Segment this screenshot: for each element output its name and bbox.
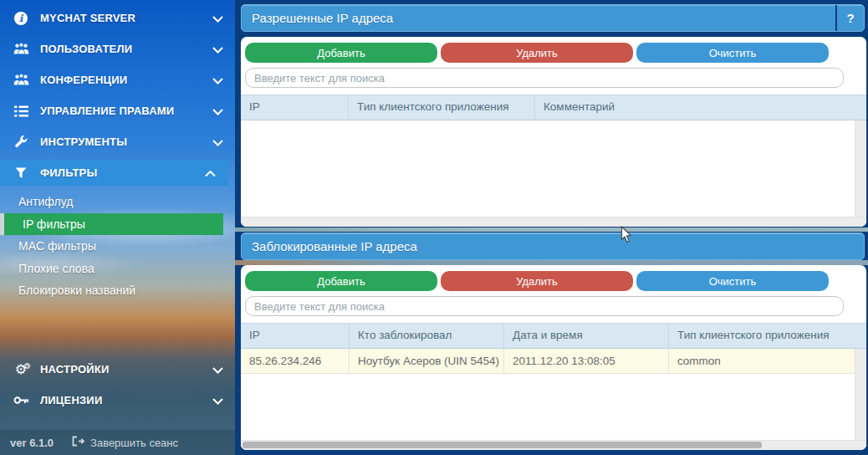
help-button[interactable]: ?	[835, 5, 864, 31]
cell-datetime: 2011.12.20 13:08:05	[504, 349, 669, 373]
wrench-icon	[12, 135, 30, 149]
logout-icon	[72, 436, 84, 449]
sidebar-item-label: НАСТРОЙКИ	[40, 363, 202, 376]
sidebar: i MYCHAT SERVER ПОЛЬЗОВАТЕЛИ	[0, 0, 235, 455]
table-row[interactable]: 85.26.234.246 Ноутбук Асеров (UIN 5454) …	[241, 349, 855, 374]
scrollbar-thumb[interactable]	[243, 442, 762, 448]
delete-button[interactable]: Удалить	[441, 43, 633, 63]
column-header-datetime[interactable]: Дата и время	[504, 324, 669, 348]
chevron-down-icon	[212, 104, 223, 119]
sidebar-item-label: ИНСТРУМЕНТЫ	[40, 135, 202, 148]
info-icon: i	[12, 12, 30, 25]
allowed-table-body	[241, 120, 866, 227]
chevron-down-icon	[212, 11, 223, 26]
submenu-item-name-blocks[interactable]: Блокировки названий	[0, 279, 235, 302]
main-content: Разрешенные IP адреса ? Добавить Удалить…	[235, 0, 868, 455]
panel-gap-strip	[235, 228, 868, 232]
sidebar-item-label: КОНФЕРЕНЦИИ	[40, 74, 202, 86]
allowed-panel: Добавить Удалить Очистить IP Тип клиентс…	[241, 37, 866, 227]
chevron-down-icon	[212, 393, 223, 408]
sidebar-footer: ver 6.1.0 Завершить сеанс	[0, 430, 235, 455]
add-button[interactable]: Добавить	[245, 271, 437, 291]
column-header-client-type[interactable]: Тип клиентского приложения	[349, 95, 535, 120]
sidebar-item-label: ЛИЦЕНЗИИ	[40, 394, 202, 406]
sidebar-item-label: УПРАВЛЕНИЕ ПРАВАМИ	[40, 105, 202, 117]
version-label: ver 6.1.0	[10, 437, 54, 449]
search-input[interactable]	[245, 296, 844, 316]
blocked-table-header[interactable]: IP Кто заблокировал Дата и время Тип кли…	[241, 323, 866, 349]
sidebar-item-licenses[interactable]: ЛИЦЕНЗИИ	[0, 385, 235, 416]
add-button[interactable]: Добавить	[245, 43, 437, 63]
sidebar-item-rights-management[interactable]: УПРАВЛЕНИЕ ПРАВАМИ	[0, 95, 235, 126]
search-input[interactable]	[245, 68, 844, 88]
filters-submenu: Антифлуд IP фильтры MAC фильтры Плохие с…	[0, 191, 235, 302]
column-header-comment[interactable]: Комментарий	[535, 95, 866, 120]
delete-button[interactable]: Удалить	[441, 271, 633, 291]
horizontal-scrollbar[interactable]	[241, 440, 866, 450]
submenu-item-antiflood[interactable]: Антифлуд	[0, 191, 235, 213]
column-header-ip[interactable]: IP	[241, 324, 350, 348]
sidebar-item-settings[interactable]: ⚙⚙ НАСТРОЙКИ	[0, 354, 235, 385]
sidebar-menu: i MYCHAT SERVER ПОЛЬЗОВАТЕЛИ	[0, 3, 235, 188]
chevron-up-icon	[205, 166, 216, 181]
logout-button[interactable]: Завершить сеанс	[72, 436, 178, 449]
gears-icon: ⚙⚙	[12, 363, 30, 376]
key-icon	[12, 395, 30, 406]
blocked-panel-title: Заблокированные IP адреса	[242, 233, 864, 259]
column-header-client-type[interactable]: Тип клиентского приложения	[669, 324, 866, 348]
submenu-item-mac-filters[interactable]: MAC фильтры	[0, 235, 235, 258]
vertical-scrollbar[interactable]	[855, 349, 866, 441]
sidebar-item-tools[interactable]: ИНСТРУМЕНТЫ	[0, 126, 235, 157]
sidebar-item-mychat-server[interactable]: i MYCHAT SERVER	[0, 3, 235, 33]
chevron-down-icon	[212, 135, 223, 150]
sidebar-item-filters[interactable]: ФИЛЬТРЫ	[0, 160, 227, 186]
filter-icon	[12, 167, 30, 179]
sidebar-menu-bottom: ⚙⚙ НАСТРОЙКИ ЛИЦЕНЗИИ	[0, 354, 235, 416]
clear-button[interactable]: Очистить	[636, 271, 829, 291]
allowed-table-header[interactable]: IP Тип клиентского приложения Комментари…	[241, 95, 866, 120]
submenu-item-ip-filters[interactable]: IP фильтры	[0, 213, 223, 236]
allowed-panel-title: Разрешенные IP адреса	[242, 5, 835, 31]
sidebar-item-users[interactable]: ПОЛЬЗОВАТЕЛИ	[0, 33, 235, 64]
chevron-down-icon	[212, 362, 223, 377]
list-icon	[12, 105, 30, 117]
sidebar-item-label: MYCHAT SERVER	[40, 12, 202, 24]
sidebar-item-label: ПОЛЬЗОВАТЕЛИ	[40, 43, 202, 55]
sidebar-item-conferences[interactable]: КОНФЕРЕНЦИИ	[0, 64, 235, 95]
users-icon	[12, 74, 30, 86]
blocked-panel: Добавить Удалить Очистить IP Кто заблоки…	[241, 265, 866, 450]
cell-client-type: common	[669, 349, 855, 373]
sidebar-item-label: ФИЛЬТРЫ	[40, 166, 195, 179]
column-header-ip[interactable]: IP	[241, 95, 349, 120]
logout-label: Завершить сеанс	[90, 437, 178, 449]
submenu-item-bad-words[interactable]: Плохие слова	[0, 258, 235, 280]
vertical-scrollbar[interactable]	[855, 120, 866, 217]
chevron-down-icon	[212, 73, 223, 88]
allowed-panel-header: Разрешенные IP адреса ?	[241, 4, 865, 32]
blocked-table-body: 85.26.234.246 Ноутбук Асеров (UIN 5454) …	[241, 349, 866, 450]
allowed-panel-controls: Добавить Удалить Очистить	[241, 37, 866, 95]
blocked-panel-header: Заблокированные IP адреса	[241, 233, 865, 260]
cell-ip: 85.26.234.246	[241, 349, 350, 373]
cell-blocked-by: Ноутбук Асеров (UIN 5454)	[350, 349, 504, 373]
chevron-down-icon	[212, 42, 223, 57]
blocked-panel-controls: Добавить Удалить Очистить	[241, 265, 866, 323]
users-icon	[12, 43, 30, 55]
clear-button[interactable]: Очистить	[636, 43, 829, 63]
horizontal-scrollbar[interactable]	[241, 217, 866, 227]
column-header-blocked-by[interactable]: Кто заблокировал	[350, 324, 504, 348]
